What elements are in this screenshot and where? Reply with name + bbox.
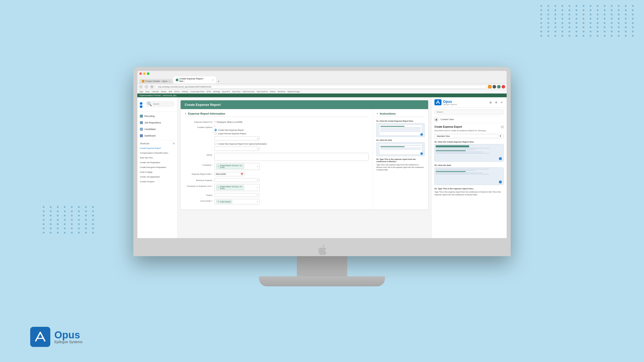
business-purpose-select[interactable]: ≡	[214, 178, 260, 182]
opus-view-dropdown[interactable]: Standard View ▼	[434, 134, 504, 138]
calendar-icon[interactable]: 📅	[239, 173, 244, 175]
company-expense-select-icon[interactable]: ≡	[257, 187, 258, 189]
bookmark-avanta[interactable]: Avanta	[161, 91, 167, 93]
copy-previous-input[interactable]: ≡	[214, 136, 260, 141]
radio-create-new-btn[interactable]	[214, 129, 217, 131]
shortcut-create-prospect[interactable]: Create Prospect	[137, 179, 177, 184]
instr-step-2: 02. Click the field.	[376, 139, 425, 156]
bookmark-jira[interactable]: JIRA	[168, 91, 172, 93]
bookmark-sfdc[interactable]: SFDC	[206, 91, 211, 93]
minimize-button[interactable]	[143, 72, 146, 75]
candidates-icon	[140, 128, 143, 131]
address-bar[interactable]: impl.workday.com/intersound_dp1/d/task/2…	[155, 85, 487, 89]
bookmark-material[interactable]: Material Design ...	[288, 91, 302, 93]
bookmark-opus-atx[interactable]: Opus ATX	[222, 91, 230, 93]
opus-nav-back-button[interactable]: ◉	[434, 117, 438, 122]
copy-previous-text-input[interactable]	[215, 137, 256, 140]
fullscreen-button[interactable]	[147, 72, 149, 75]
shortcut-enter-my-time[interactable]: Enter My Time	[137, 155, 177, 160]
bookmark-mockflow[interactable]: MockFlow	[277, 91, 286, 93]
shortcut-create-evergreen-req[interactable]: Create Evergreen Requisition	[137, 165, 177, 170]
sidebar-item-candidates[interactable]: Candidates	[137, 126, 177, 132]
memo-row: Memo	[185, 153, 369, 161]
shortcut-comp-benefits[interactable]: Compensation & Benefits Dash...	[137, 151, 177, 155]
radio-spend-auth[interactable]: Create New Expense Report from Spend Aut…	[214, 143, 369, 145]
bookmark-opus-nonprof[interactable]: Opus NonProf	[257, 91, 268, 93]
bookmark-opus-root[interactable]: Opus Root	[232, 91, 240, 93]
company-row: Company ✕ Global Modern Services, Inc.(U…	[185, 163, 369, 170]
list-icon-2[interactable]: ≡	[256, 148, 259, 150]
export-icon[interactable]: ⬜	[501, 125, 504, 128]
business-purpose-row: Business Purpose ≡	[185, 178, 369, 182]
radio-spend-auth-btn[interactable]	[214, 143, 217, 145]
bookmark-apps[interactable]: Apps	[139, 91, 143, 93]
radio-copy-previous[interactable]: Copy Previous Expense Report	[214, 132, 369, 135]
back-button[interactable]: ‹	[139, 85, 143, 89]
monitor: Project Details - Opus ✕ Create Expense …	[111, 67, 533, 286]
forward-button[interactable]: ›	[144, 85, 148, 89]
browser-tabs: Project Details - Opus ✕ Create Expense …	[139, 76, 505, 83]
instructions-collapse-icon[interactable]: ▼	[376, 113, 378, 115]
shortcut-create-job-req[interactable]: Create Job Requisition	[137, 160, 177, 165]
spend-auth-input[interactable]: ≡	[214, 147, 260, 151]
tab-close-active-icon[interactable]: ✕	[212, 79, 214, 81]
cost-center-chip: ✕ 41200 Payroll	[216, 200, 232, 203]
company-select-icon[interactable]: ≡	[257, 166, 258, 167]
settings-icon[interactable]: ⚙	[494, 100, 498, 104]
bookmark-calendar[interactable]: Calendar	[152, 91, 159, 93]
tab-favicon	[142, 80, 144, 82]
bookmark-workday[interactable]: Workday	[213, 91, 220, 93]
shortcut-create-expense-report[interactable]: Create Expense Report	[137, 146, 177, 151]
opus-export-title: Create Expense Export	[434, 125, 462, 128]
close-icon[interactable]: ✕	[500, 100, 504, 104]
radio-copy-previous-btn[interactable]	[214, 132, 217, 135]
shortcut-invite-to-apply[interactable]: Invite to Apply	[137, 170, 177, 174]
opus-search-input[interactable]	[434, 110, 504, 114]
project-select[interactable]: ≡	[214, 193, 260, 197]
opus-step-3-text: Type This is the expense report from the…	[434, 191, 504, 196]
radio-create-new[interactable]: Create New Expense Report	[214, 129, 369, 131]
business-purpose-select-icon[interactable]: ≡	[257, 179, 258, 181]
grid-view-icon[interactable]: ⊞	[489, 100, 493, 104]
bookmark-client-accounts[interactable]: Client Accounts	[243, 91, 255, 93]
cost-center-select-icon[interactable]: ≡	[257, 201, 258, 203]
new-tab-button[interactable]: +	[217, 79, 221, 83]
project-select-icon[interactable]: ≡	[257, 194, 258, 196]
bookmark-inbox[interactable]: Inbox	[145, 91, 150, 93]
bookmark-community[interactable]: Community Portal	[190, 91, 205, 93]
company-on-expense-line-row: Company on Expense Line ✕ Global Modern …	[185, 184, 369, 191]
memo-textarea[interactable]	[214, 153, 369, 161]
bookmark-fullstory[interactable]: Fullstory	[182, 91, 188, 93]
spend-auth-text-input[interactable]	[215, 147, 256, 151]
sidebar-search[interactable]: 🔍	[145, 101, 175, 107]
date-input-wrap[interactable]: 📅	[214, 172, 245, 176]
sidebar-item-recruiting[interactable]: Recruiting	[137, 113, 177, 119]
bookmark-gnews[interactable]: GNews	[270, 91, 275, 93]
company-select[interactable]: ✕ Global Modern Services, Inc.(USA) ≡	[214, 163, 260, 170]
shortcut-create-job-application[interactable]: Create Job Application	[137, 174, 177, 179]
cost-center-select[interactable]: ✕ 41200 Payroll ≡	[214, 199, 260, 204]
company-on-expense-line-select[interactable]: ✕ Global Modern Services, Inc.(USA) ≡	[214, 184, 260, 191]
cost-center-chip-label: 41200 Payroll	[220, 201, 231, 203]
shortcuts-settings-icon[interactable]: ⚙	[173, 142, 175, 145]
search-input[interactable]	[153, 103, 173, 105]
close-button[interactable]	[139, 72, 142, 75]
opus-step-2: 02. Click the field.	[434, 164, 504, 185]
cost-center-chip-x[interactable]: ✕	[218, 201, 219, 203]
preview-2-line-3	[436, 172, 482, 173]
date-input[interactable]	[215, 172, 239, 176]
tab-close-icon[interactable]: ✕	[169, 80, 170, 82]
reload-button[interactable]: ↻	[150, 85, 154, 89]
section-collapse-icon[interactable]: ▼	[185, 113, 187, 115]
tab-project-details[interactable]: Project Details - Opus ✕	[139, 79, 173, 83]
list-icon[interactable]: ≡	[256, 137, 259, 140]
company-expense-chip-x[interactable]: ✕	[218, 187, 219, 189]
sidebar-item-job-requisitions[interactable]: Job Requisitions	[137, 119, 177, 126]
bookmark-gdrive[interactable]: GDrive	[174, 91, 180, 93]
tab-create-expense[interactable]: Create Expense Report - Wor... ✕	[173, 76, 216, 83]
company-chip-x[interactable]: ✕	[218, 165, 219, 167]
sidebar-item-dashboard[interactable]: Dashboard	[137, 132, 177, 139]
preview-2-line-4	[436, 174, 489, 174]
preview-1-header	[436, 145, 469, 147]
company-tag: ✕ Global Modern Services, Inc.(USA)	[216, 164, 244, 169]
